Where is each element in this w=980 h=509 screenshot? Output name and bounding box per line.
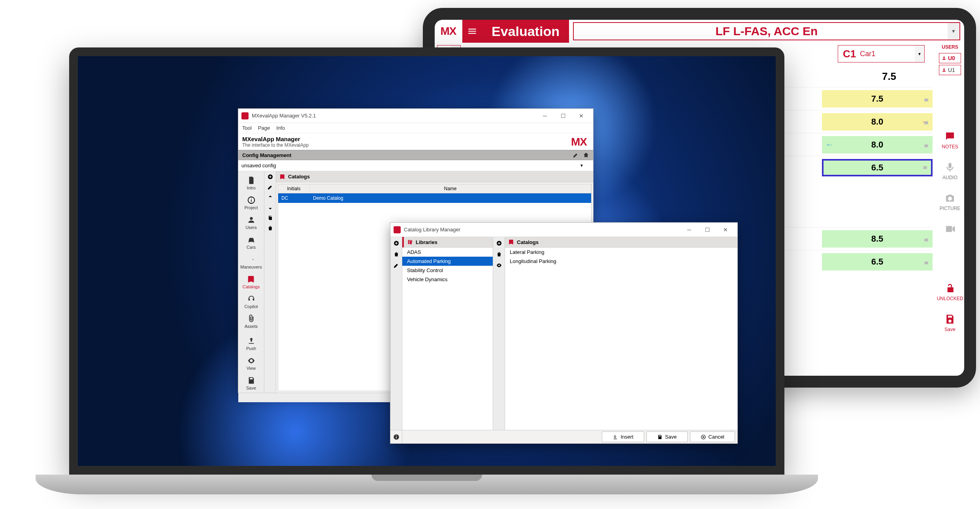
criteria-value: 8.0 — [871, 117, 884, 127]
desktop-wallpaper: MXevalApp Manager V5.2.1 ─ ☐ ✕ Tool Page… — [78, 56, 776, 466]
attachment-icon — [247, 314, 256, 323]
edit-icon[interactable] — [573, 152, 579, 158]
app-subtitle: The interface to the MXevalApp — [242, 142, 571, 148]
criteria-value-cell[interactable]: ← 8.0 — [822, 136, 933, 153]
save-tool[interactable]: Save — [944, 313, 956, 332]
camera-icon — [944, 192, 956, 204]
criteria-value-cell[interactable]: 6.5 — [822, 159, 933, 176]
close-button[interactable]: ✕ — [717, 224, 734, 236]
menu-info[interactable]: Info — [276, 125, 285, 131]
dialog-footer: Insert Save Cancel — [390, 430, 737, 443]
criteria-value: 6.5 — [871, 257, 884, 267]
person-icon — [247, 216, 256, 224]
window-title: Catalog Library Manager — [404, 227, 680, 233]
notes-tool[interactable]: NOTES — [942, 131, 958, 149]
sidebar-view[interactable]: View — [238, 354, 264, 373]
eval-title: Evaluation — [482, 20, 569, 43]
book-icon — [279, 174, 286, 180]
car-selector[interactable]: C1 Car1 ▼ — [838, 45, 925, 62]
criteria-value-cell[interactable]: 6.5 — [822, 253, 933, 271]
pencil-icon[interactable] — [267, 184, 273, 190]
plus-icon[interactable] — [393, 240, 400, 246]
insert-button[interactable]: Insert — [602, 431, 644, 442]
down-icon[interactable] — [267, 204, 273, 211]
criteria-value: 7.5 — [871, 94, 884, 104]
sidebar: Intro Project Users Cars — [238, 171, 264, 393]
save-button[interactable]: Save — [646, 431, 688, 442]
home-icon[interactable] — [583, 152, 589, 158]
side-toolbar: NOTES AUDIO PICTURE UNLOCKED Save — [938, 131, 962, 332]
notes-icon — [944, 131, 956, 142]
mini-chat-icon — [922, 163, 928, 173]
trash-icon[interactable] — [393, 251, 400, 257]
maximize-button[interactable]: ☐ — [554, 110, 572, 122]
laptop-device: MXevalApp Manager V5.2.1 ─ ☐ ✕ Tool Page… — [36, 47, 818, 494]
window-titlebar[interactable]: Catalog Library Manager ─ ☐ ✕ — [390, 223, 737, 237]
close-button[interactable]: ✕ — [573, 110, 590, 122]
hamburger-menu[interactable] — [462, 20, 482, 43]
user-chip[interactable]: U0 — [939, 53, 961, 63]
eval-main-dropdown[interactable]: LF L-FAS, ACC En ▼ — [573, 22, 960, 40]
criteria-value-cell[interactable]: 7.5 — [822, 90, 933, 108]
window-titlebar[interactable]: MXevalApp Manager V5.2.1 ─ ☐ ✕ — [238, 109, 593, 123]
sidebar-item-assets[interactable]: Assets — [238, 312, 264, 331]
sidebar-item-maneuvers[interactable]: Maneuvers — [238, 253, 264, 272]
picture-tool[interactable]: PICTURE — [940, 192, 961, 211]
sidebar-item-users[interactable]: Users — [238, 213, 264, 232]
sidebar-save[interactable]: Save — [238, 374, 264, 393]
criteria-value-cell[interactable]: 8.0 → — [822, 113, 933, 131]
sidebar-item-copilot[interactable]: Copilot — [238, 292, 264, 311]
minimize-button[interactable]: ─ — [680, 224, 698, 236]
library-item[interactable]: ADAS — [402, 248, 493, 257]
user-chip[interactable]: U1 — [939, 65, 961, 75]
cancel-button[interactable]: Cancel — [690, 431, 735, 442]
book-icon — [247, 275, 256, 284]
library-item[interactable]: Stability Control — [402, 266, 493, 275]
video-tool[interactable] — [944, 223, 956, 235]
sidebar-item-intro[interactable]: Intro — [238, 174, 264, 193]
up-icon[interactable] — [267, 194, 273, 201]
chevron-down-icon[interactable]: ▼ — [580, 163, 584, 168]
maximize-button[interactable]: ☐ — [699, 224, 716, 236]
upload-icon — [247, 337, 256, 345]
catalog-item[interactable]: Lateral Parking — [505, 248, 737, 257]
app-icon — [394, 226, 401, 233]
users-label: USERS — [936, 43, 964, 51]
copy-icon[interactable] — [267, 215, 273, 221]
config-text: unsaved config — [241, 163, 276, 168]
library-item[interactable]: Automated Parking — [402, 257, 493, 266]
chat-icon — [923, 238, 929, 243]
video-icon — [944, 223, 956, 235]
sidebar-item-project[interactable]: Project — [238, 193, 264, 212]
catalog-item[interactable]: Longitudinal Parking — [505, 257, 737, 266]
minimize-button[interactable]: ─ — [536, 110, 554, 122]
sidebar-item-catalogs[interactable]: Catalogs — [238, 272, 264, 291]
pencil-icon[interactable] — [393, 262, 400, 269]
col-initials[interactable]: Initials — [278, 184, 310, 193]
library-item[interactable]: Vehicle Dynamics — [402, 275, 493, 284]
trash-icon[interactable] — [267, 225, 273, 231]
criteria-value-cell[interactable]: 8.5 — [822, 230, 933, 248]
criteria-value: 6.5 — [871, 163, 884, 173]
plus-icon[interactable] — [267, 174, 273, 180]
criteria-value: 8.5 — [871, 234, 884, 244]
chat-icon — [922, 165, 928, 171]
eval-logo: MX — [435, 20, 462, 43]
plus-icon[interactable] — [496, 240, 502, 246]
info-icon[interactable] — [393, 433, 400, 441]
menu-page[interactable]: Page — [258, 125, 270, 131]
headset-icon — [247, 295, 256, 303]
mx-logo-text: MX — [441, 25, 456, 38]
section-label: Config Management — [242, 152, 291, 158]
sidebar-push[interactable]: Push — [238, 334, 264, 353]
col-name[interactable]: Name — [310, 184, 591, 193]
info-icon — [247, 196, 256, 204]
table-row[interactable]: DC Demo Catalog — [278, 193, 591, 203]
sidebar-item-cars[interactable]: Cars — [238, 233, 264, 252]
menu-tool[interactable]: Tool — [242, 125, 252, 131]
eye-icon[interactable] — [496, 262, 502, 269]
trash-icon[interactable] — [496, 251, 502, 257]
audio-tool[interactable]: AUDIO — [942, 161, 957, 180]
mic-icon — [944, 161, 956, 173]
unlock-tool[interactable]: UNLOCKED — [937, 282, 963, 301]
